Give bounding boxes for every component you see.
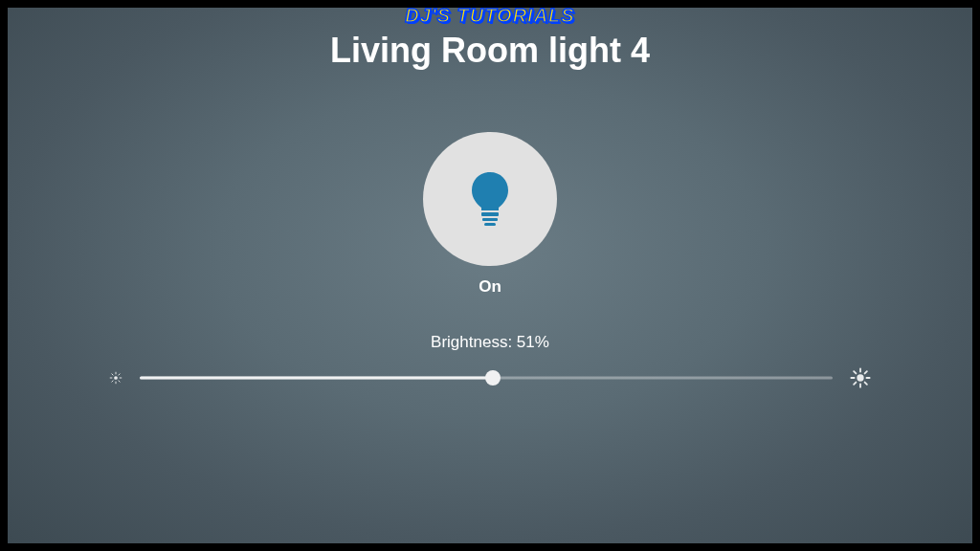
brightness-slider-container xyxy=(109,364,871,392)
svg-line-9 xyxy=(119,381,120,382)
brightness-slider[interactable] xyxy=(140,368,833,387)
svg-line-11 xyxy=(119,374,120,375)
svg-line-20 xyxy=(865,371,867,373)
power-status-label: On xyxy=(8,277,972,297)
svg-rect-2 xyxy=(484,223,496,226)
sun-dim-icon xyxy=(109,371,122,385)
slider-thumb[interactable] xyxy=(485,370,501,386)
sun-bright-icon xyxy=(850,367,871,388)
svg-line-10 xyxy=(112,381,113,382)
svg-line-19 xyxy=(854,383,856,385)
svg-point-12 xyxy=(857,374,863,381)
svg-line-17 xyxy=(854,371,856,373)
watermark-text: DJ'S TUTORIALS xyxy=(405,8,574,27)
bulb-icon xyxy=(466,170,514,228)
page-title: Living Room light 4 xyxy=(8,31,972,71)
svg-line-18 xyxy=(865,383,867,385)
power-toggle-button[interactable] xyxy=(423,132,557,266)
brightness-label: Brightness: 51% xyxy=(8,333,972,352)
slider-fill xyxy=(140,377,493,380)
svg-rect-0 xyxy=(481,212,499,216)
svg-rect-1 xyxy=(482,218,498,221)
svg-line-8 xyxy=(112,374,113,375)
svg-point-3 xyxy=(114,376,118,380)
